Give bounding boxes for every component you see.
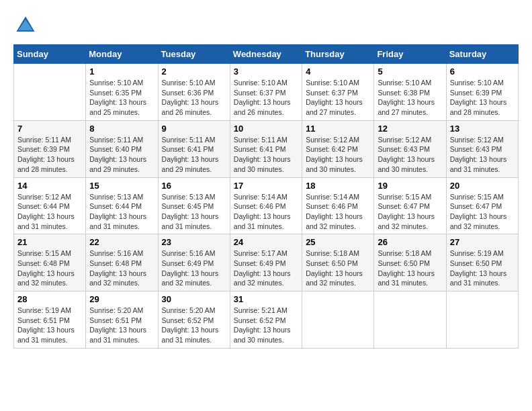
day-info: Sunrise: 5:15 AM Sunset: 6:47 PM Dayligh… — [378, 192, 442, 232]
calendar-cell: 29Sunrise: 5:20 AM Sunset: 6:51 PM Dayli… — [86, 291, 158, 349]
day-info: Sunrise: 5:12 AM Sunset: 6:44 PM Dayligh… — [17, 192, 82, 232]
calendar-cell: 27Sunrise: 5:19 AM Sunset: 6:50 PM Dayli… — [446, 234, 518, 291]
day-info: Sunrise: 5:14 AM Sunset: 6:46 PM Dayligh… — [306, 192, 370, 232]
day-number: 7 — [17, 124, 82, 134]
day-number: 3 — [234, 66, 298, 77]
calendar-cell: 11Sunrise: 5:12 AM Sunset: 6:42 PM Dayli… — [302, 120, 374, 177]
day-number: 22 — [89, 237, 154, 247]
calendar-cell: 23Sunrise: 5:16 AM Sunset: 6:49 PM Dayli… — [158, 234, 230, 291]
week-row-1: 1Sunrise: 5:10 AM Sunset: 6:35 PM Daylig… — [14, 64, 519, 121]
calendar-cell — [14, 64, 86, 121]
calendar-cell: 30Sunrise: 5:20 AM Sunset: 6:52 PM Dayli… — [158, 291, 230, 349]
day-number: 1 — [89, 66, 154, 77]
header-sunday: Sunday — [14, 45, 86, 64]
day-number: 6 — [450, 66, 515, 77]
day-info: Sunrise: 5:10 AM Sunset: 6:36 PM Dayligh… — [162, 78, 226, 118]
calendar-cell — [446, 291, 518, 349]
day-number: 13 — [450, 124, 515, 134]
day-number: 8 — [89, 124, 154, 134]
calendar-cell: 1Sunrise: 5:10 AM Sunset: 6:35 PM Daylig… — [86, 64, 158, 121]
week-row-2: 7Sunrise: 5:11 AM Sunset: 6:39 PM Daylig… — [14, 120, 519, 177]
header-tuesday: Tuesday — [158, 45, 230, 64]
day-number: 31 — [234, 294, 298, 304]
calendar-cell: 10Sunrise: 5:11 AM Sunset: 6:41 PM Dayli… — [230, 120, 302, 177]
day-info: Sunrise: 5:10 AM Sunset: 6:37 PM Dayligh… — [234, 78, 298, 118]
day-info: Sunrise: 5:20 AM Sunset: 6:51 PM Dayligh… — [89, 306, 154, 345]
day-number: 28 — [17, 294, 82, 304]
logo-icon — [13, 13, 38, 38]
header-saturday: Saturday — [446, 45, 518, 64]
logo — [13, 13, 40, 38]
day-number: 20 — [450, 181, 515, 191]
week-row-5: 28Sunrise: 5:19 AM Sunset: 6:51 PM Dayli… — [14, 291, 519, 349]
day-number: 18 — [306, 181, 370, 191]
calendar-cell: 8Sunrise: 5:11 AM Sunset: 6:40 PM Daylig… — [86, 120, 158, 177]
day-info: Sunrise: 5:17 AM Sunset: 6:49 PM Dayligh… — [234, 248, 298, 288]
day-info: Sunrise: 5:18 AM Sunset: 6:50 PM Dayligh… — [306, 248, 370, 288]
calendar-cell: 15Sunrise: 5:13 AM Sunset: 6:44 PM Dayli… — [86, 177, 158, 234]
day-info: Sunrise: 5:11 AM Sunset: 6:39 PM Dayligh… — [17, 135, 82, 175]
day-info: Sunrise: 5:10 AM Sunset: 6:38 PM Dayligh… — [378, 78, 442, 118]
calendar-cell: 24Sunrise: 5:17 AM Sunset: 6:49 PM Dayli… — [230, 234, 302, 291]
calendar-cell: 21Sunrise: 5:15 AM Sunset: 6:48 PM Dayli… — [14, 234, 86, 291]
calendar-cell: 18Sunrise: 5:14 AM Sunset: 6:46 PM Dayli… — [302, 177, 374, 234]
day-info: Sunrise: 5:15 AM Sunset: 6:48 PM Dayligh… — [17, 248, 82, 288]
day-number: 17 — [234, 181, 298, 191]
calendar-cell — [302, 291, 374, 349]
calendar-cell: 31Sunrise: 5:21 AM Sunset: 6:52 PM Dayli… — [230, 291, 302, 349]
day-info: Sunrise: 5:14 AM Sunset: 6:46 PM Dayligh… — [234, 192, 298, 232]
day-number: 4 — [306, 66, 370, 77]
calendar-header: SundayMondayTuesdayWednesdayThursdayFrid… — [14, 45, 519, 64]
day-info: Sunrise: 5:16 AM Sunset: 6:49 PM Dayligh… — [162, 248, 226, 288]
day-number: 11 — [306, 124, 370, 134]
page-header — [13, 13, 519, 38]
day-number: 12 — [378, 124, 442, 134]
calendar-cell: 2Sunrise: 5:10 AM Sunset: 6:36 PM Daylig… — [158, 64, 230, 121]
day-info: Sunrise: 5:19 AM Sunset: 6:51 PM Dayligh… — [17, 306, 82, 345]
day-number: 23 — [162, 237, 226, 247]
calendar-cell: 12Sunrise: 5:12 AM Sunset: 6:43 PM Dayli… — [374, 120, 446, 177]
calendar-cell: 28Sunrise: 5:19 AM Sunset: 6:51 PM Dayli… — [14, 291, 86, 349]
calendar-cell: 5Sunrise: 5:10 AM Sunset: 6:38 PM Daylig… — [374, 64, 446, 121]
day-info: Sunrise: 5:11 AM Sunset: 6:41 PM Dayligh… — [234, 135, 298, 175]
day-number: 14 — [17, 181, 82, 191]
calendar-cell: 4Sunrise: 5:10 AM Sunset: 6:37 PM Daylig… — [302, 64, 374, 121]
day-number: 21 — [17, 237, 82, 247]
day-info: Sunrise: 5:11 AM Sunset: 6:40 PM Dayligh… — [89, 135, 154, 175]
day-info: Sunrise: 5:20 AM Sunset: 6:52 PM Dayligh… — [162, 306, 226, 345]
day-number: 26 — [378, 237, 442, 247]
day-info: Sunrise: 5:12 AM Sunset: 6:43 PM Dayligh… — [450, 135, 515, 175]
day-info: Sunrise: 5:19 AM Sunset: 6:50 PM Dayligh… — [450, 248, 515, 288]
header-friday: Friday — [374, 45, 446, 64]
header-wednesday: Wednesday — [230, 45, 302, 64]
day-info: Sunrise: 5:13 AM Sunset: 6:45 PM Dayligh… — [162, 192, 226, 232]
day-info: Sunrise: 5:15 AM Sunset: 6:47 PM Dayligh… — [450, 192, 515, 232]
day-info: Sunrise: 5:11 AM Sunset: 6:41 PM Dayligh… — [162, 135, 226, 175]
calendar-cell: 3Sunrise: 5:10 AM Sunset: 6:37 PM Daylig… — [230, 64, 302, 121]
day-number: 19 — [378, 181, 442, 191]
calendar-cell: 22Sunrise: 5:16 AM Sunset: 6:48 PM Dayli… — [86, 234, 158, 291]
day-info: Sunrise: 5:10 AM Sunset: 6:39 PM Dayligh… — [450, 78, 515, 118]
day-number: 10 — [234, 124, 298, 134]
day-number: 2 — [162, 66, 226, 77]
day-info: Sunrise: 5:10 AM Sunset: 6:35 PM Dayligh… — [89, 78, 154, 118]
calendar-cell: 6Sunrise: 5:10 AM Sunset: 6:39 PM Daylig… — [446, 64, 518, 121]
header-monday: Monday — [86, 45, 158, 64]
day-info: Sunrise: 5:18 AM Sunset: 6:50 PM Dayligh… — [378, 248, 442, 288]
day-info: Sunrise: 5:16 AM Sunset: 6:48 PM Dayligh… — [89, 248, 154, 288]
day-number: 25 — [306, 237, 370, 247]
calendar-cell: 19Sunrise: 5:15 AM Sunset: 6:47 PM Dayli… — [374, 177, 446, 234]
day-number: 9 — [162, 124, 226, 134]
calendar-cell: 20Sunrise: 5:15 AM Sunset: 6:47 PM Dayli… — [446, 177, 518, 234]
day-number: 16 — [162, 181, 226, 191]
header-thursday: Thursday — [302, 45, 374, 64]
day-number: 15 — [89, 181, 154, 191]
day-number: 30 — [162, 294, 226, 304]
day-number: 29 — [89, 294, 154, 304]
day-info: Sunrise: 5:12 AM Sunset: 6:43 PM Dayligh… — [378, 135, 442, 175]
week-row-3: 14Sunrise: 5:12 AM Sunset: 6:44 PM Dayli… — [14, 177, 519, 234]
day-info: Sunrise: 5:21 AM Sunset: 6:52 PM Dayligh… — [234, 306, 298, 345]
calendar-cell: 26Sunrise: 5:18 AM Sunset: 6:50 PM Dayli… — [374, 234, 446, 291]
calendar-cell: 7Sunrise: 5:11 AM Sunset: 6:39 PM Daylig… — [14, 120, 86, 177]
day-info: Sunrise: 5:13 AM Sunset: 6:44 PM Dayligh… — [89, 192, 154, 232]
